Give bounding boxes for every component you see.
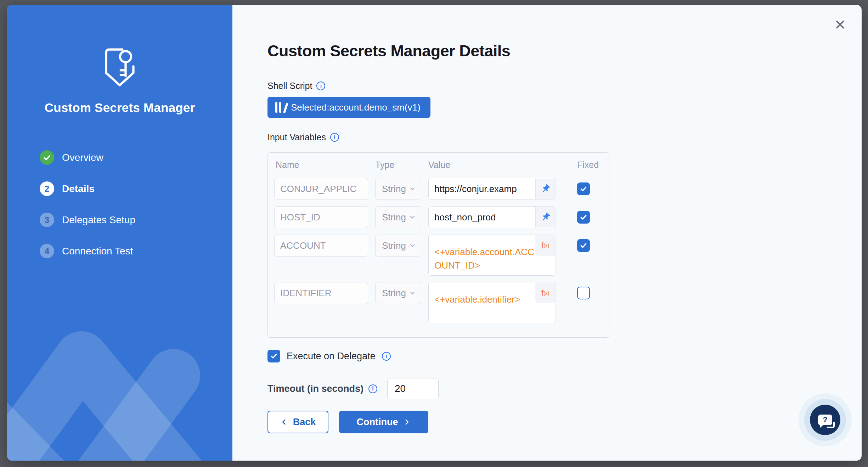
wizard-sidebar: Custom Secrets Manager Overview 2 Detail… xyxy=(7,5,232,461)
fixed-checkbox[interactable] xyxy=(577,182,590,195)
type-value: String xyxy=(382,288,406,299)
timeout-label: Timeout (in seconds) xyxy=(267,383,363,394)
chevron-down-icon xyxy=(409,214,416,221)
secrets-manager-shield-key-icon xyxy=(100,47,139,89)
variable-value-input[interactable]: host_non_prod xyxy=(428,206,556,228)
chevron-down-icon xyxy=(409,289,416,297)
expression-fx-icon[interactable]: f(x) xyxy=(535,235,555,256)
wizard-buttons: Back Continue xyxy=(267,411,615,433)
info-icon[interactable]: i xyxy=(330,133,339,142)
chevron-down-icon xyxy=(409,242,416,249)
back-button-label: Back xyxy=(293,417,316,428)
table-header-row: Name Type Value Fixed xyxy=(274,160,603,170)
variable-name-input[interactable]: CONJUR_APPLIC xyxy=(274,178,368,200)
type-value: String xyxy=(382,240,406,251)
fixed-checkbox[interactable] xyxy=(577,211,590,224)
column-header-fixed: Fixed xyxy=(577,160,599,170)
execute-on-delegate-label: Execute on Delegate xyxy=(287,351,376,362)
details-panel: ✕ Custom Secrets Manager Details Shell S… xyxy=(232,5,862,461)
shell-script-label: Shell Script xyxy=(267,81,312,91)
chevron-right-icon xyxy=(403,418,411,426)
fixed-checkbox[interactable] xyxy=(577,287,590,299)
column-header-name: Name xyxy=(274,160,368,170)
variable-type-select[interactable]: String xyxy=(375,178,421,200)
input-variables-label-row: Input Variables i xyxy=(267,132,615,142)
input-variables-label: Input Variables xyxy=(267,132,326,142)
value-text: https://conjur.examp xyxy=(434,184,517,195)
info-icon[interactable]: i xyxy=(316,81,325,90)
type-value: String xyxy=(382,212,406,223)
variable-value-input[interactable]: <+variable.identifier> f(x) xyxy=(428,282,556,323)
step-label: Details xyxy=(62,183,95,195)
selected-script-button[interactable]: Selected:account.demo_sm(v1) xyxy=(267,97,430,118)
table-row: ACCOUNT String <+variable.account.ACCOUN… xyxy=(274,235,603,276)
expression-value-text: <+variable.identifier> xyxy=(434,294,520,305)
variable-type-select[interactable]: String xyxy=(375,235,421,257)
step-label: Connection Test xyxy=(62,246,133,257)
variable-type-select[interactable]: String xyxy=(375,282,421,304)
expression-value-text: <+variable.account.ACCOUNT_ID> xyxy=(434,247,534,271)
info-icon[interactable]: i xyxy=(368,384,377,393)
table-row: IDENTIFIER String <+variable.identifier>… xyxy=(274,282,603,323)
help-chat-button[interactable]: ? xyxy=(810,405,840,435)
continue-button[interactable]: Continue xyxy=(339,411,428,433)
sidebar-title: Custom Secrets Manager xyxy=(7,101,232,115)
step-details[interactable]: 2 Details xyxy=(40,181,232,196)
type-value: String xyxy=(382,184,406,195)
step-number: 2 xyxy=(40,181,54,196)
column-header-value: Value xyxy=(428,160,556,170)
harness-logo-watermark xyxy=(7,291,232,461)
variable-value-input[interactable]: <+variable.account.ACCOUNT_ID> f(x) xyxy=(428,235,556,276)
step-label: Overview xyxy=(62,152,103,163)
table-row: CONJUR_APPLIC String https://conjur.exam… xyxy=(274,178,603,200)
timeout-row: Timeout (in seconds) i xyxy=(267,378,615,399)
step-connection-test[interactable]: 4 Connection Test xyxy=(40,244,232,258)
pin-icon[interactable] xyxy=(535,207,555,227)
execute-on-delegate-row: Execute on Delegate i xyxy=(267,350,615,362)
execute-on-delegate-checkbox[interactable] xyxy=(267,350,280,362)
step-check-icon xyxy=(40,150,54,165)
continue-button-label: Continue xyxy=(357,417,398,428)
step-number: 3 xyxy=(40,213,54,227)
custom-secrets-manager-modal: Custom Secrets Manager Overview 2 Detail… xyxy=(7,5,862,461)
wizard-steps: Overview 2 Details 3 Delegates Setup 4 C… xyxy=(7,150,232,258)
variable-name-input[interactable]: HOST_ID xyxy=(274,206,368,228)
expression-fx-icon[interactable]: f(x) xyxy=(535,283,555,303)
back-button[interactable]: Back xyxy=(267,411,328,433)
pin-icon[interactable] xyxy=(535,179,555,199)
shell-script-label-row: Shell Script i xyxy=(267,81,615,91)
step-overview[interactable]: Overview xyxy=(40,150,232,165)
step-label: Delegates Setup xyxy=(62,214,135,226)
chevron-down-icon xyxy=(409,185,416,192)
page-title: Custom Secrets Manager Details xyxy=(267,42,615,60)
info-icon[interactable]: i xyxy=(382,352,391,361)
fixed-checkbox[interactable] xyxy=(577,239,590,252)
step-delegates-setup[interactable]: 3 Delegates Setup xyxy=(40,213,232,227)
variable-name-input[interactable]: ACCOUNT xyxy=(274,235,368,257)
table-row: HOST_ID String host_non_prod xyxy=(274,206,603,228)
close-icon[interactable]: ✕ xyxy=(834,18,846,32)
selected-script-label: Selected:account.demo_sm(v1) xyxy=(291,102,421,113)
chevron-left-icon xyxy=(280,418,288,426)
timeout-input[interactable] xyxy=(387,378,439,399)
step-number: 4 xyxy=(40,244,54,258)
library-icon xyxy=(275,102,285,113)
input-variables-table: Name Type Value Fixed CONJUR_APPLIC Stri… xyxy=(267,152,609,338)
variable-type-select[interactable]: String xyxy=(375,206,421,228)
variable-value-input[interactable]: https://conjur.examp xyxy=(428,178,556,200)
chat-bubble-outline-icon xyxy=(826,421,835,428)
value-text: host_non_prod xyxy=(434,212,496,223)
variable-name-input[interactable]: IDENTIFIER xyxy=(274,282,368,304)
column-header-type: Type xyxy=(375,160,421,170)
